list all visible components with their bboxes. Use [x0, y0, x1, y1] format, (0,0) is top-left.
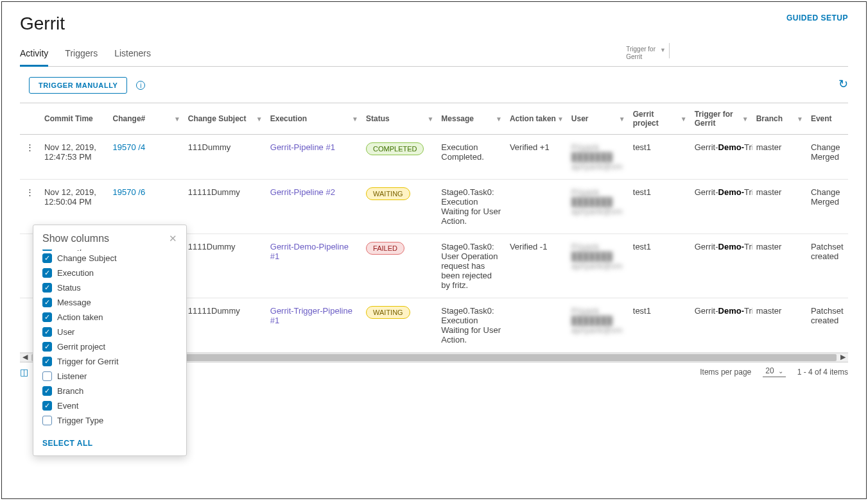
- cell-execution[interactable]: Gerrit-Pipeline #2: [266, 180, 362, 234]
- cell-branch: master: [752, 180, 807, 234]
- cell-branch: master: [752, 298, 807, 353]
- filter-icon[interactable]: ▼: [681, 115, 687, 123]
- cell-project: test1: [629, 298, 691, 353]
- refresh-icon[interactable]: ↻: [838, 77, 848, 91]
- col-header-event[interactable]: Event: [807, 103, 848, 135]
- checkbox-icon[interactable]: ✓: [42, 283, 52, 293]
- cell-action-taken: [506, 298, 568, 353]
- cell-change[interactable]: 19570 /4: [109, 135, 184, 180]
- col-header-trigger-for-gerrit[interactable]: Trigger for Gerrit▼: [691, 103, 752, 135]
- tab-listeners[interactable]: Listeners: [114, 43, 151, 66]
- filter-icon[interactable]: ▼: [619, 115, 625, 123]
- checkbox-icon[interactable]: [42, 371, 52, 381]
- col-header-status[interactable]: Status▼: [362, 103, 437, 135]
- cell-project: test1: [629, 180, 691, 234]
- col-header-user[interactable]: User▼: [568, 103, 629, 135]
- cell-branch: master: [752, 234, 807, 298]
- filter-icon[interactable]: ▼: [797, 115, 803, 123]
- filter-icon[interactable]: ▼: [256, 115, 263, 123]
- column-checkbox-item[interactable]: ✓Event: [42, 398, 177, 413]
- checkbox-icon[interactable]: ✓: [42, 250, 52, 251]
- filter-pill[interactable]: Trigger for Gerrit: [626, 46, 655, 61]
- cell-user: Priyank ███████ apriyank@vm: [568, 180, 629, 234]
- checkbox-icon[interactable]: ✓: [42, 298, 52, 307]
- column-checkbox-item[interactable]: Listener: [42, 369, 177, 384]
- cell-commit-time: Nov 12, 2019, 12:47:53 PM: [40, 135, 109, 180]
- close-icon[interactable]: ✕: [169, 233, 177, 244]
- row-menu-icon[interactable]: ⋮: [20, 135, 40, 180]
- column-checkbox-item[interactable]: ✓User: [42, 325, 177, 339]
- chevron-down-icon: ⌄: [778, 368, 783, 375]
- checkbox-icon[interactable]: ✓: [42, 268, 52, 278]
- cell-project: test1: [629, 234, 691, 298]
- column-checkbox-item[interactable]: ✓Execution: [42, 266, 177, 280]
- page-size-value: 20: [765, 366, 774, 375]
- cell-execution[interactable]: Gerrit-Pipeline #1: [266, 135, 362, 180]
- cell-action-taken: [506, 180, 568, 234]
- filter-icon[interactable]: ▼: [496, 115, 502, 123]
- cell-trigger: Gerrit-Demo-Trigger: [691, 135, 752, 180]
- tab-triggers[interactable]: Triggers: [65, 43, 98, 66]
- cell-event: Change Merged: [807, 180, 848, 234]
- column-checkbox-item[interactable]: ✓Gerrit project: [42, 339, 177, 354]
- trigger-manually-button[interactable]: TRIGGER MANUALLY: [29, 77, 127, 94]
- column-checkbox-item[interactable]: ✓Branch: [42, 384, 177, 398]
- col-header-message[interactable]: Message▼: [437, 103, 506, 135]
- column-checkbox-item[interactable]: ✓Change Subject: [42, 251, 177, 266]
- cell-event: Patchset created: [807, 298, 848, 353]
- cell-message: Stage0.Task0: User Operation request has…: [437, 234, 506, 298]
- col-header-change-subject[interactable]: Change Subject▼: [184, 103, 266, 135]
- col-header-branch[interactable]: Branch▼: [752, 103, 807, 135]
- cell-action-taken: Verified -1: [506, 234, 568, 298]
- filter-icon[interactable]: ▼: [557, 115, 564, 123]
- cell-execution[interactable]: Gerrit-Demo-Pipeline #1: [266, 234, 362, 298]
- checkbox-icon[interactable]: ✓: [42, 327, 52, 337]
- column-checkbox-item[interactable]: ✓Message: [42, 295, 177, 310]
- table-row: ⋮Nov 12, 2019, 12:47:53 PM19570 /4111Dum…: [20, 135, 848, 180]
- columns-toggle-icon[interactable]: ◫: [20, 367, 28, 377]
- checkbox-icon[interactable]: ✓: [42, 401, 52, 411]
- cell-execution[interactable]: Gerrit-Trigger-Pipeline #1: [266, 298, 362, 353]
- checkbox-icon[interactable]: ✓: [42, 342, 52, 352]
- scroll-right-icon[interactable]: ▶: [840, 353, 846, 361]
- checkbox-icon[interactable]: ✓: [42, 386, 52, 396]
- filter-pill-line1: Trigger for: [626, 46, 655, 53]
- checkbox-icon[interactable]: [42, 416, 52, 425]
- cell-status: FAILED: [362, 234, 437, 298]
- cell-subject: 11111Dummy: [184, 298, 266, 353]
- checkbox-label: Branch: [57, 386, 83, 396]
- column-checkbox-item[interactable]: Trigger Type: [42, 413, 177, 428]
- cell-status: COMPLETED: [362, 135, 437, 180]
- tabs: Activity Triggers Listeners Trigger for …: [20, 43, 848, 67]
- cell-trigger: Gerrit-Demo-Trigger: [691, 234, 752, 298]
- filter-icon[interactable]: ▼: [742, 115, 749, 123]
- col-header-gerrit-project[interactable]: Gerrit project▼: [629, 103, 691, 135]
- col-header-change[interactable]: Change#▼: [109, 103, 184, 135]
- column-checkbox-item[interactable]: ✓Action taken: [42, 310, 177, 325]
- checkbox-icon[interactable]: ✓: [42, 357, 52, 366]
- col-header-action-taken[interactable]: Action taken▼: [506, 103, 568, 135]
- column-checkbox-item[interactable]: ✓Trigger for Gerrit: [42, 354, 177, 369]
- guided-setup-link[interactable]: GUIDED SETUP: [786, 13, 848, 22]
- select-all-button[interactable]: SELECT ALL: [42, 439, 93, 448]
- popover-body[interactable]: ✓Change#✓Change Subject✓Execution✓Status…: [33, 250, 186, 433]
- filter-icon[interactable]: ▼: [174, 115, 180, 123]
- col-header-commit-time[interactable]: Commit Time: [40, 103, 109, 135]
- checkbox-label: Message: [57, 298, 91, 307]
- cell-trigger: Gerrit-Demo-Trigger: [691, 298, 752, 353]
- tab-activity[interactable]: Activity: [20, 43, 48, 67]
- filter-pill-line2: Gerrit: [626, 53, 642, 60]
- checkbox-icon[interactable]: ✓: [42, 312, 52, 322]
- filter-icon[interactable]: ▼: [427, 115, 433, 123]
- page-size-select[interactable]: 20 ⌄: [763, 366, 785, 377]
- checkbox-label: Event: [57, 401, 78, 411]
- filter-icon[interactable]: ▼: [352, 115, 358, 123]
- checkbox-label: User: [57, 327, 74, 337]
- info-icon[interactable]: i: [136, 81, 145, 90]
- filter-pill-dropdown-icon[interactable]: ▼: [660, 47, 666, 53]
- col-header-execution[interactable]: Execution▼: [266, 103, 362, 135]
- column-checkbox-item[interactable]: ✓Status: [42, 280, 177, 295]
- checkbox-icon[interactable]: ✓: [42, 253, 52, 263]
- cell-status: WAITING: [362, 180, 437, 234]
- scroll-left-icon[interactable]: ◀: [22, 353, 28, 361]
